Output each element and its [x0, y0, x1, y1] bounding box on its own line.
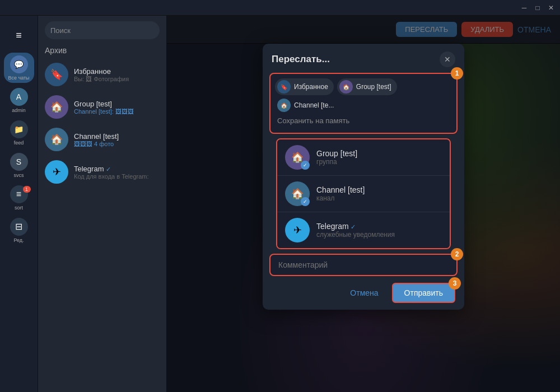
sort-label: sort [15, 205, 23, 211]
archive-label: Архив [38, 43, 166, 58]
dialog-chat-info-channel: Channel [test] канал [316, 185, 442, 202]
chat-list-panel: Поиск Архив 🔖 Избранное Вы: 🖼 Фотография… [38, 16, 167, 392]
minimize-button[interactable]: ─ [520, 3, 529, 12]
dialog-avatar-group: 🏠 ✓ [285, 145, 310, 170]
menu-icon: ≡ [10, 26, 28, 44]
telegram-verified-icon: ✓ [351, 223, 356, 230]
chat-name-saved: Избранное [74, 67, 160, 76]
chip-label-group: Group [test] [356, 83, 391, 91]
chip-saved[interactable]: 🔖 Избранное [275, 78, 334, 95]
dialog-header: Переслать... ✕ [263, 44, 464, 73]
channel-chip-avatar: 🏠 [277, 99, 291, 112]
sort-badge: 1 [23, 186, 31, 193]
footer-cancel-button[interactable]: Отмена [343, 285, 385, 301]
dialog-chat-item-telegram[interactable]: ✈ Telegram ✓ служебные уведомления [277, 212, 450, 248]
dialog-chat-sub-channel: канал [316, 194, 442, 202]
chat-preview-channel: 🖼🖼🖼 4 фото [74, 141, 160, 147]
app-container: ≡ 💬 Все чаты A admin 📁 feed S svcs ≡ sor… [0, 16, 560, 392]
dialog-avatar-channel: 🏠 ✓ [285, 181, 310, 206]
dialog-chat-item-channel[interactable]: 🏠 ✓ Channel [test] канал [277, 176, 450, 212]
sidebar-item-svcs[interactable]: S svcs [4, 150, 34, 180]
chat-info-channel: Channel [test] 🖼🖼🖼 4 фото [74, 132, 160, 147]
svcs-icon: S [10, 153, 28, 171]
chat-info-telegram: Telegram ✓ Код для входа в Telegram: [74, 165, 160, 180]
sidebar-item-sort[interactable]: ≡ sort 1 [4, 183, 34, 213]
filter-label: Ред. [13, 237, 24, 243]
chat-info-saved: Избранное Вы: 🖼 Фотография [74, 67, 160, 82]
selected-section: 🔖 Избранное 🏠 Group [test] 🏠 Channel [te… [269, 73, 458, 134]
dialog-chat-name-channel: Channel [test] [316, 185, 442, 194]
chip-avatar-group: 🏠 [339, 80, 353, 94]
chat-preview-saved: Вы: 🖼 Фотография [74, 76, 160, 82]
sidebar-item-menu[interactable]: ≡ [4, 20, 34, 50]
comment-section-wrapper: 2 [269, 254, 458, 276]
sidebar-item-all-chats[interactable]: 💬 Все чаты [4, 53, 34, 83]
sidebar-item-feed[interactable]: 📁 feed [4, 118, 34, 148]
badge-2: 2 [451, 248, 463, 260]
save-memory-label: Сохранить на память [277, 116, 349, 125]
sidebar-item-admin[interactable]: A admin [4, 85, 34, 115]
dialog-chat-item-group[interactable]: 🏠 ✓ Group [test] группа [277, 139, 450, 176]
sidebar-item-filter[interactable]: ⊟ Ред. [4, 215, 34, 245]
search-placeholder: Поиск [50, 26, 71, 35]
all-chats-icon: 💬 [10, 55, 28, 73]
chat-info-group: Group [test] Channel [test]: 🖼🖼🖼 [74, 100, 160, 115]
svcs-label: svcs [14, 172, 24, 178]
chat-avatar-channel: 🏠 [45, 128, 68, 151]
dialog-chat-sub-telegram: служебные уведомления [316, 231, 442, 239]
save-memory-item[interactable]: Сохранить на память [275, 113, 452, 128]
feed-label: feed [14, 140, 24, 146]
dialog-chat-name-group: Group [test] [316, 149, 442, 158]
chat-item-telegram[interactable]: ✈ Telegram ✓ Код для входа в Telegram: [38, 156, 166, 188]
feed-icon: 📁 [10, 120, 28, 138]
all-chats-label: Все чаты [8, 75, 29, 81]
badge-3: 3 [449, 277, 461, 290]
selected-chips: 🔖 Избранное 🏠 Group [test] [275, 78, 452, 95]
chat-item-saved[interactable]: 🔖 Избранное Вы: 🖼 Фотография [38, 58, 166, 91]
chat-preview-group: Channel [test]: 🖼🖼🖼 [74, 108, 160, 115]
verified-icon: ✓ [106, 166, 111, 172]
dialog-footer: Отмена Отправить 3 [263, 278, 464, 310]
selected-section-wrapper: 🔖 Избранное 🏠 Group [test] 🏠 Channel [te… [269, 73, 458, 134]
chat-name-telegram: Telegram ✓ [74, 165, 160, 173]
filter-icon: ⊟ [10, 218, 28, 236]
admin-label: admin [12, 108, 26, 113]
chat-name-channel: Channel [test] [74, 132, 160, 141]
channel-chip-label: Channel [te... [294, 101, 334, 109]
channel-chip-row[interactable]: 🏠 Channel [te... [275, 97, 452, 113]
check-badge-group: ✓ [301, 161, 310, 170]
dialog-chat-list-wrapper: 🏠 ✓ Group [test] группа 🏠 ✓ [269, 138, 458, 249]
close-button[interactable]: ✕ [547, 3, 556, 12]
dialog-chat-sub-group: группа [316, 158, 442, 166]
icon-sidebar: ≡ 💬 Все чаты A admin 📁 feed S svcs ≡ sor… [0, 16, 38, 392]
dialog-close-button[interactable]: ✕ [440, 52, 455, 67]
forward-dialog: Переслать... ✕ 🔖 Избранное 🏠 Group [test… [263, 44, 464, 310]
dialog-title: Переслать... [272, 54, 330, 65]
badge-1: 1 [451, 67, 463, 80]
admin-icon: A [10, 88, 28, 106]
send-button-wrapper: Отправить 3 [392, 283, 455, 303]
chat-item-group[interactable]: 🏠 Group [test] Channel [test]: 🖼🖼🖼 [38, 91, 166, 123]
comment-section [269, 254, 458, 276]
chat-preview-telegram: Код для входа в Telegram: [74, 173, 160, 180]
dialog-chat-info-group: Group [test] группа [316, 149, 442, 166]
search-box[interactable]: Поиск [45, 21, 160, 39]
dialog-avatar-telegram: ✈ [285, 218, 310, 242]
chat-avatar-group: 🏠 [45, 95, 68, 119]
dialog-chat-name-telegram: Telegram ✓ [316, 222, 442, 231]
maximize-button[interactable]: □ [533, 3, 542, 12]
check-badge-channel: ✓ [301, 197, 310, 206]
chip-avatar-saved: 🔖 [277, 80, 291, 94]
comment-input[interactable] [270, 255, 456, 275]
chat-item-channel[interactable]: 🏠 Channel [test] 🖼🖼🖼 4 фото [38, 123, 166, 156]
chat-avatar-saved: 🔖 [45, 63, 68, 86]
dialog-chat-list: 🏠 ✓ Group [test] группа 🏠 ✓ [276, 138, 451, 249]
chip-group[interactable]: 🏠 Group [test] [337, 78, 397, 95]
chat-list-header: Поиск [38, 16, 166, 43]
chip-label-saved: Избранное [294, 83, 328, 91]
dialog-chat-info-telegram: Telegram ✓ служебные уведомления [316, 222, 442, 239]
window-controls: ─ □ ✕ [520, 3, 556, 12]
title-bar: ─ □ ✕ [0, 0, 560, 16]
footer-send-button[interactable]: Отправить [392, 283, 455, 303]
main-content: ПЕРЕСЛАТЬ УДАЛИТЬ ОТМЕНА Переслать... ✕ [167, 16, 560, 392]
